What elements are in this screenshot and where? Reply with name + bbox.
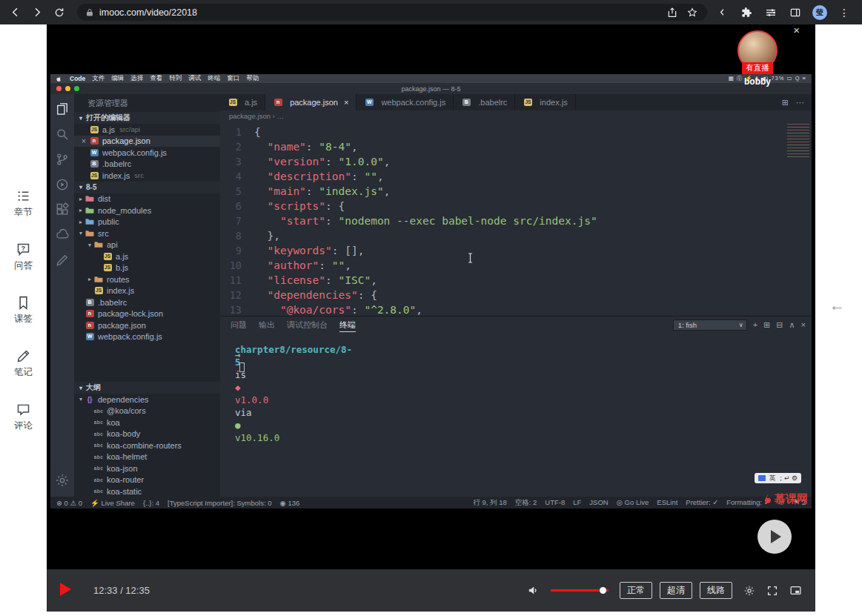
panel-tab[interactable]: 终端 bbox=[339, 317, 356, 332]
panel-tab[interactable]: 调试控制台 bbox=[287, 317, 328, 332]
video-area[interactable]: Code 文件编辑选择查看转到调试终端窗口帮助 ▦ Ⓥ ⚡ A ◀) 73% ▭… bbox=[47, 24, 815, 569]
url-bar[interactable]: imooc.com/video/22018 bbox=[77, 4, 707, 21]
tree-item[interactable]: npackage.json bbox=[74, 319, 220, 331]
open-editor-item[interactable]: JSindex.jssrc bbox=[74, 170, 220, 182]
tree-item[interactable]: ▸node_modules bbox=[74, 205, 220, 216]
close-tab-icon[interactable]: × bbox=[344, 98, 348, 107]
status-item[interactable]: [TypeScript Importer]: Symbols: 0 bbox=[168, 499, 271, 507]
status-item[interactable]: 空格: 2 bbox=[515, 498, 537, 508]
code-line[interactable]: 1{ bbox=[220, 125, 812, 139]
quality-button[interactable]: 正常 bbox=[620, 582, 652, 599]
maximize-panel-icon[interactable]: ∧ bbox=[789, 320, 795, 330]
outline-item[interactable]: abckoa-static bbox=[74, 486, 220, 497]
tree-item[interactable]: JSb.js bbox=[74, 262, 220, 274]
menu-item[interactable]: 终端 bbox=[208, 74, 220, 83]
volume-slider[interactable] bbox=[551, 589, 609, 592]
quality-button[interactable]: 超清 bbox=[660, 582, 692, 599]
minimap[interactable] bbox=[787, 124, 809, 159]
code-line[interactable]: 11 "license": "ISC", bbox=[220, 273, 812, 288]
search-icon[interactable] bbox=[55, 127, 70, 142]
more-actions-icon[interactable]: ⋯ bbox=[796, 98, 804, 107]
editor-tab[interactable]: JSa.js bbox=[220, 94, 265, 110]
editor-tab[interactable]: npackage.json× bbox=[265, 94, 357, 110]
share-icon[interactable] bbox=[665, 5, 680, 20]
rail-item-tag[interactable]: 课签 bbox=[0, 295, 47, 348]
code-line[interactable]: 12 "dependencies": { bbox=[220, 288, 812, 302]
code-line[interactable]: 2 "name": "8-4", bbox=[220, 139, 812, 154]
kill-terminal-icon[interactable]: ⊟ bbox=[776, 320, 783, 330]
rail-item-comments[interactable]: 评论 bbox=[0, 402, 47, 455]
player-settings-gear-icon[interactable] bbox=[743, 585, 755, 597]
tree-item[interactable]: JSindex.js bbox=[74, 285, 220, 297]
status-item[interactable]: 行 9, 列 18 bbox=[473, 498, 506, 508]
status-item[interactable]: {..}: 4 bbox=[143, 499, 159, 507]
tree-item[interactable]: Wwebpack.config.js bbox=[74, 331, 220, 343]
terminal-shell-select[interactable]: 1: fish∨ bbox=[673, 319, 747, 331]
video-player[interactable]: Code 文件编辑选择查看转到调试终端窗口帮助 ▦ Ⓥ ⚡ A ◀) 73% ▭… bbox=[47, 24, 815, 612]
remote-icon[interactable] bbox=[55, 228, 70, 242]
volume-icon[interactable] bbox=[527, 584, 540, 597]
live-badge[interactable]: 有直播 bbox=[742, 62, 773, 74]
split-editor-icon[interactable]: ⊞ bbox=[782, 98, 789, 107]
editor-tab[interactable]: JSindex.js bbox=[515, 94, 575, 110]
close-icon[interactable]: × bbox=[793, 24, 800, 36]
open-editor-item[interactable]: B.babelrc bbox=[74, 159, 220, 170]
window-zoom-button[interactable] bbox=[74, 86, 79, 91]
code-line[interactable]: 4 "description": "", bbox=[220, 169, 812, 184]
breadcrumb[interactable]: package.json › … bbox=[220, 110, 812, 122]
tree-item[interactable]: ▾api bbox=[74, 239, 220, 251]
open-editors-section-header[interactable]: ▾打开的编辑器 bbox=[74, 112, 220, 124]
close-panel-icon[interactable]: × bbox=[801, 320, 806, 329]
menu-item[interactable]: 帮助 bbox=[246, 74, 259, 83]
media-controls-icon[interactable] bbox=[715, 5, 729, 20]
tree-item[interactable]: npackage-lock.json bbox=[74, 308, 220, 320]
profile-avatar[interactable]: 莹 bbox=[812, 5, 827, 20]
debug-icon[interactable] bbox=[55, 177, 70, 192]
tree-item[interactable]: ▸public bbox=[74, 216, 220, 228]
source-control-icon[interactable] bbox=[55, 152, 70, 167]
menu-item[interactable]: 文件 bbox=[92, 74, 105, 83]
rail-item-notes[interactable]: 笔记 bbox=[0, 348, 47, 402]
extensions-icon[interactable] bbox=[55, 202, 70, 217]
status-item[interactable]: ⚡ Live Share bbox=[90, 499, 135, 507]
code-line[interactable]: 13 "@koa/cors": "^2.8.0", bbox=[220, 302, 812, 316]
terminal-output[interactable]: charpter8/resource/8-5 is ◆ v1.0.0 via ●… bbox=[220, 333, 812, 354]
code-editor[interactable]: 1{2 "name": "8-4",3 "version": "1.0.0",4… bbox=[220, 122, 812, 316]
apple-logo-icon[interactable] bbox=[56, 75, 63, 82]
tree-item[interactable]: B.babelrc bbox=[74, 297, 220, 308]
new-terminal-icon[interactable]: + bbox=[753, 320, 757, 329]
collapse-panel-arrow-icon[interactable]: ← bbox=[829, 297, 845, 314]
outline-section-header[interactable]: ▾大纲 bbox=[74, 382, 220, 394]
edit-icon[interactable] bbox=[55, 253, 70, 268]
panel-tab[interactable]: 问题 bbox=[231, 317, 247, 332]
status-item[interactable]: ESLint bbox=[657, 498, 677, 508]
status-item[interactable]: ◉ 136 bbox=[280, 499, 300, 507]
streamer-widget[interactable]: 有直播 bobby bbox=[735, 30, 780, 87]
outline-item[interactable]: abckoa bbox=[74, 417, 220, 428]
volume-knob[interactable] bbox=[600, 587, 606, 594]
outline-item[interactable]: ▾{}dependencies bbox=[74, 394, 220, 405]
tree-item[interactable]: ▸routes bbox=[74, 274, 220, 285]
outline-item[interactable]: abckoa-router bbox=[74, 474, 220, 486]
code-line[interactable]: 10 "author": "", bbox=[220, 258, 812, 273]
status-item[interactable]: UTF-8 bbox=[545, 498, 565, 508]
quality-button[interactable]: 线路 bbox=[700, 582, 732, 599]
code-line[interactable]: 3 "version": "1.0.0", bbox=[220, 154, 812, 169]
window-close-button[interactable] bbox=[56, 86, 62, 91]
status-item[interactable]: Prettier: ✓ bbox=[686, 498, 718, 508]
status-item[interactable]: LF bbox=[573, 498, 581, 508]
rail-item-chapters[interactable]: 章节 bbox=[0, 188, 47, 242]
open-editor-item[interactable]: Wwebpack.config.js bbox=[74, 147, 220, 159]
panel-tab[interactable]: 输出 bbox=[259, 317, 275, 332]
tune-icon[interactable] bbox=[763, 5, 778, 20]
outline-item[interactable]: abckoa-combine-routers bbox=[74, 440, 220, 451]
outline-item[interactable]: abckoa-helmet bbox=[74, 451, 220, 463]
theater-mode-icon[interactable] bbox=[789, 584, 802, 597]
outline-item[interactable]: abc@koa/cors bbox=[74, 405, 220, 417]
open-editor-item[interactable]: ×npackage.json bbox=[74, 136, 220, 148]
code-line[interactable]: 6 "scripts": { bbox=[220, 199, 812, 213]
bookmark-star-icon[interactable] bbox=[685, 5, 700, 20]
menu-item[interactable]: 转到 bbox=[169, 74, 182, 83]
forward-icon[interactable] bbox=[30, 5, 44, 20]
split-terminal-icon[interactable]: ⊞ bbox=[763, 320, 770, 330]
